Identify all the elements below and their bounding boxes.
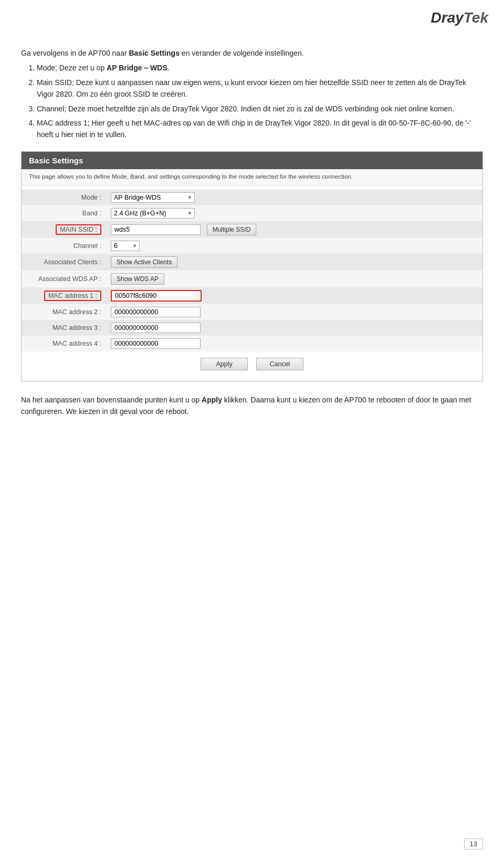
- field-mac-address-1: [106, 287, 482, 304]
- label-band: Band :: [22, 205, 106, 221]
- field-main-ssid: Multiple SSID: [106, 221, 482, 238]
- panel-description: This page allows you to define Mode, Ban…: [22, 169, 482, 185]
- ssid-label-highlight: MAIN SSID :: [56, 224, 101, 235]
- intro-item-1: Mode; Deze zet u op AP Bridge – WDS.: [37, 62, 483, 74]
- row-band: Band : 2.4 GHz (B+G+N) 2.4 GHz (B) 2.4 G…: [22, 205, 482, 221]
- field-mode: AP Bridge-WDS AP Station: [106, 190, 482, 205]
- show-active-clients-button[interactable]: Show Active Clients: [111, 256, 177, 268]
- show-wds-ap-button[interactable]: Show WDS AP: [111, 273, 164, 285]
- mac-address-4-input[interactable]: [111, 338, 201, 349]
- label-mac-address-1: MAC address 1 :: [22, 287, 106, 304]
- row-main-ssid: MAIN SSID : Multiple SSID: [22, 221, 482, 238]
- intro-text: Ga vervolgens in de AP700 naar Basic Set…: [21, 47, 483, 141]
- logo-tek: Tek: [464, 9, 488, 26]
- row-associated-clients: Associated Clients : Show Active Clients: [22, 254, 482, 271]
- row-mode: Mode : AP Bridge-WDS AP Station: [22, 190, 482, 205]
- ssid-input[interactable]: [111, 224, 201, 235]
- row-mac-address-3: MAC address 3 :: [22, 320, 482, 336]
- channel-select[interactable]: 12345 6789 10111213: [111, 241, 140, 251]
- row-mac-address-2: MAC address 2 :: [22, 304, 482, 320]
- row-associated-wds-ap: Associated WDS AP : Show WDS AP: [22, 271, 482, 287]
- row-channel: Channel : 12345 6789 10111213: [22, 238, 482, 254]
- outro-paragraph: Na het aanpassen van bovenstaande punten…: [21, 394, 483, 418]
- mac-address-3-input[interactable]: [111, 323, 201, 333]
- field-associated-wds-ap: Show WDS AP: [106, 271, 482, 287]
- mac-address-2-input[interactable]: [111, 307, 201, 317]
- field-mac-address-4: [106, 336, 482, 351]
- label-associated-clients: Associated Clients :: [22, 254, 106, 271]
- mac1-label-highlight: MAC address 1 :: [44, 291, 101, 301]
- label-mac-address-4: MAC address 4 :: [22, 336, 106, 351]
- mac-address-1-input[interactable]: [111, 290, 202, 302]
- row-mac-address-1: MAC address 1 :: [22, 287, 482, 304]
- channel-select-wrapper[interactable]: 12345 6789 10111213: [111, 241, 140, 251]
- panel-title: Basic Settings: [22, 152, 482, 169]
- intro-item-2: Main SSID; Deze kunt u aanpassen naar uw…: [37, 77, 483, 100]
- field-channel: 12345 6789 10111213: [106, 238, 482, 254]
- label-associated-wds-ap: Associated WDS AP :: [22, 271, 106, 287]
- outro-text: Na het aanpassen van bovenstaande punten…: [21, 394, 483, 418]
- mode-select[interactable]: AP Bridge-WDS AP Station: [111, 192, 195, 203]
- field-associated-clients: Show Active Clients: [106, 254, 482, 271]
- band-select[interactable]: 2.4 GHz (B+G+N) 2.4 GHz (B) 2.4 GHz (G) …: [111, 208, 195, 219]
- label-mac-address-2: MAC address 2 :: [22, 304, 106, 320]
- multiple-ssid-button[interactable]: Multiple SSID: [207, 224, 257, 235]
- draytek-logo-area: DrayTek: [431, 9, 488, 26]
- label-channel: Channel :: [22, 238, 106, 254]
- field-band: 2.4 GHz (B+G+N) 2.4 GHz (B) 2.4 GHz (G) …: [106, 205, 482, 221]
- row-mac-address-4: MAC address 4 :: [22, 336, 482, 351]
- apply-button[interactable]: Apply: [201, 358, 248, 370]
- mode-select-wrapper[interactable]: AP Bridge-WDS AP Station: [111, 192, 195, 203]
- draytek-logo: DrayTek: [431, 9, 488, 26]
- intro-lead: Ga vervolgens in de AP700 naar Basic Set…: [21, 47, 483, 59]
- label-mode: Mode :: [22, 190, 106, 205]
- intro-item-4: MAC address 1; Hier geeft u het MAC-adre…: [37, 117, 483, 141]
- page-number: 13: [464, 838, 483, 849]
- label-main-ssid: MAIN SSID :: [22, 221, 106, 238]
- cancel-button[interactable]: Cancel: [256, 358, 303, 370]
- band-select-wrapper[interactable]: 2.4 GHz (B+G+N) 2.4 GHz (B) 2.4 GHz (G) …: [111, 208, 195, 219]
- logo-dray: Dray: [431, 9, 464, 26]
- intro-item-3: Channel; Deze moet hetzelfde zijn als de…: [37, 103, 483, 115]
- field-mac-address-3: [106, 320, 482, 336]
- settings-form-table: Mode : AP Bridge-WDS AP Station Band: [22, 190, 482, 351]
- intro-list: Mode; Deze zet u op AP Bridge – WDS. Mai…: [37, 62, 483, 140]
- label-mac-address-3: MAC address 3 :: [22, 320, 106, 336]
- action-buttons-row: Apply Cancel: [22, 351, 482, 372]
- basic-settings-panel: Basic Settings This page allows you to d…: [21, 151, 483, 381]
- field-mac-address-2: [106, 304, 482, 320]
